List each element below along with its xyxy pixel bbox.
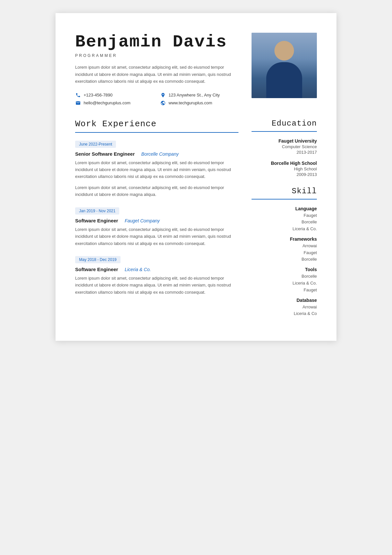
skills-title: Skill (252, 187, 317, 196)
skill-frameworks-item-1: Arrowai (252, 243, 317, 250)
job-title-1: Senior Software Engineer (75, 151, 135, 157)
right-column: Education Fauget University Computer Sci… (252, 119, 317, 321)
edu-years-2: 2009-2013 (252, 172, 317, 177)
edu-entry-1: Fauget University Computer Science 2013-… (252, 138, 317, 155)
skill-database: Database Arrowai Liceria & Co (252, 298, 317, 318)
job-date-3: May 2018 - Dec 2019 (75, 256, 121, 263)
work-experience-divider (75, 132, 238, 133)
email-value: hello@techguruplus.com (84, 100, 130, 105)
candidate-title: PROGRAMMER (75, 53, 238, 58)
job-header-2: Software Engineer Fauget Company (75, 218, 238, 223)
header-section: Benjamin Davis PROGRAMMER Lorem ipsum do… (75, 33, 317, 106)
job-title-2: Software Engineer (75, 218, 118, 223)
candidate-photo (252, 33, 317, 98)
education-divider (252, 131, 317, 132)
work-experience-title: Work Experience (75, 119, 238, 129)
job-desc-1b: Lorem ipsum dolor sit amet, consectetur … (75, 184, 238, 198)
email-icon (75, 100, 81, 106)
skill-database-name: Database (252, 298, 317, 303)
job-date-2: Jan 2019 - Nov 2021 (75, 207, 119, 215)
website-icon (160, 100, 166, 106)
contact-grid: +123-456-7890 123 Anywhere St., Any City (75, 92, 238, 106)
contact-address: 123 Anywhere St., Any City (160, 92, 238, 98)
skill-language-item-3: Liceria & Co. (252, 226, 317, 233)
skill-frameworks: Frameworks Arrowai Fauget Borcelle (252, 236, 317, 263)
work-entry-1: June 2022-Present Senior Software Engine… (75, 141, 238, 198)
skill-database-item-2: Liceria & Co (252, 310, 317, 317)
job-desc-1a: Lorem ipsum dolor sit amet, consectetur … (75, 159, 238, 180)
phone-value: +123-456-7890 (84, 93, 113, 97)
skill-language-item-2: Borcelle (252, 219, 317, 226)
edu-field-2: High School (252, 166, 317, 171)
skill-frameworks-name: Frameworks (252, 236, 317, 242)
job-header-3: Software Engineer Liceria & Co. (75, 267, 238, 272)
skill-tools-item-3: Fauget (252, 287, 317, 294)
skill-tools-name: Tools (252, 267, 317, 272)
edu-institution-1: Fauget University (252, 138, 317, 144)
edu-field-1: Computer Science (252, 144, 317, 149)
candidate-name: Benjamin Davis (75, 33, 238, 51)
job-company-2: Fauget Company (125, 218, 160, 223)
job-desc-3a: Lorem ipsum dolor sit amet, consectetur … (75, 275, 238, 296)
phone-icon (75, 92, 81, 98)
edu-years-1: 2013-2017 (252, 150, 317, 155)
skill-language-name: Language (252, 206, 317, 211)
skills-divider (252, 199, 317, 199)
skill-language-item-1: Fauget (252, 212, 317, 219)
skill-tools-item-1: Borcelle (252, 273, 317, 280)
skill-frameworks-item-3: Borcelle (252, 256, 317, 263)
contact-phone: +123-456-7890 (75, 92, 154, 98)
work-entry-3: May 2018 - Dec 2019 Software Engineer Li… (75, 256, 238, 296)
location-icon (160, 92, 166, 98)
job-title-3: Software Engineer (75, 267, 118, 272)
skill-tools: Tools Borcelle Liceria & Co. Fauget (252, 267, 317, 293)
address-value: 123 Anywhere St., Any City (169, 93, 220, 97)
left-column: Work Experience June 2022-Present Senior… (75, 119, 238, 321)
job-header-1: Senior Software Engineer Borcelle Compan… (75, 151, 238, 157)
skill-database-item-1: Arrowai (252, 304, 317, 311)
job-company-3: Liceria & Co. (125, 267, 151, 272)
candidate-bio: Lorem ipsum dolor sit amet, consectetur … (75, 64, 238, 85)
contact-website: www.techguruplus.com (160, 100, 238, 106)
skill-frameworks-item-2: Fauget (252, 250, 317, 256)
website-value: www.techguruplus.com (169, 100, 212, 105)
job-company-1: Borcelle Company (141, 151, 179, 157)
skill-tools-item-2: Liceria & Co. (252, 280, 317, 287)
contact-email: hello@techguruplus.com (75, 100, 154, 106)
resume-page: Benjamin Davis PROGRAMMER Lorem ipsum do… (56, 13, 336, 341)
job-date-1: June 2022-Present (75, 141, 116, 148)
education-title: Education (252, 119, 317, 128)
header-left: Benjamin Davis PROGRAMMER Lorem ipsum do… (75, 33, 252, 106)
main-content: Work Experience June 2022-Present Senior… (75, 119, 317, 321)
edu-entry-2: Borcelle High School High School 2009-20… (252, 161, 317, 177)
skill-language: Language Fauget Borcelle Liceria & Co. (252, 206, 317, 233)
job-desc-2a: Lorem ipsum dolor sit amet, consectetur … (75, 226, 238, 247)
work-entry-2: Jan 2019 - Nov 2021 Software Engineer Fa… (75, 207, 238, 247)
edu-institution-2: Borcelle High School (252, 161, 317, 166)
